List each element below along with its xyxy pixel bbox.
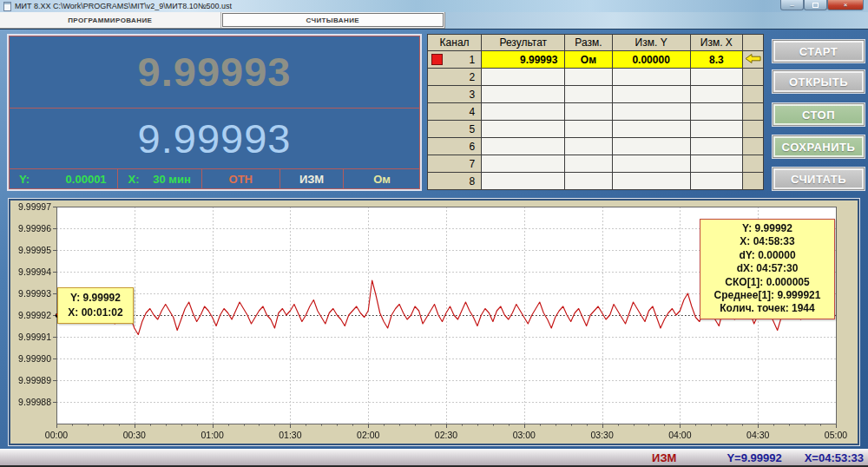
chart-panel: Y: 9.99992 X: 00:01:02 Y: 9.99992 X: 04:… (9, 199, 859, 445)
display-rel-mode: ОТН (202, 169, 280, 189)
maximize-button[interactable] (804, 0, 827, 10)
secondary-value: 9.99993 (138, 115, 292, 162)
tab-bar: ПРОГРАММИРОВАНИЕ СЧИТЫВАНИЕ (0, 12, 445, 29)
table-row[interactable]: 5 (428, 121, 764, 138)
app-window: МИТ 8.XX C:\Work\PROGRAMS\MIT\v2_9\МИТ8.… (0, 0, 868, 467)
col-result: Результат (482, 35, 565, 51)
tab-programming[interactable]: ПРОГРАММИРОВАНИЕ (0, 12, 221, 28)
read-button[interactable]: СЧИТАТЬ (773, 168, 865, 190)
display-unit: Ом (344, 169, 420, 189)
table-row[interactable]: 1 9.99993 Ом 0.00000 8.3 (428, 51, 764, 69)
col-izm-y: Изм. Y (612, 35, 690, 51)
display-secondary-row: 9.99993 (9, 109, 420, 168)
display-primary-row: 9.99993 (9, 36, 420, 109)
col-izm-x: Изм. X (690, 35, 742, 51)
channels-table: Канал Результат Разм. Изм. Y Изм. X 1 9.… (427, 34, 764, 190)
status-mode: ИЗМ (652, 451, 676, 464)
start-button[interactable]: СТАРТ (773, 40, 865, 62)
table-row[interactable]: 8 (428, 173, 764, 190)
cursor-tooltip-start: Y: 9.99992 X: 00:01:02 (57, 287, 134, 324)
primary-value: 9.99993 (138, 48, 292, 95)
display-x-cell: X: 30 мин (118, 169, 202, 189)
table-row[interactable]: 3 (428, 86, 764, 103)
col-marker (742, 35, 763, 51)
save-button[interactable]: СОХРАНИТЬ (773, 135, 865, 158)
cursor-tooltip-end: Y: 9.99992 X: 04:58:33 dY: 0.00000 dX: 0… (700, 219, 835, 319)
y-label: Y: (19, 173, 30, 186)
title-bar: МИТ 8.XX C:\Work\PROGRAMS\MIT\v2_9\МИТ8.… (0, 0, 868, 12)
status-bar: ИЗМ Y=9.99992 X=04:53:33 (0, 449, 868, 467)
display-meas-mode: ИЗМ (280, 169, 344, 189)
title-bar-extension (445, 12, 868, 29)
app-icon (3, 2, 11, 11)
minimize-button[interactable]: – (780, 0, 804, 10)
table-row[interactable]: 6 (428, 138, 764, 155)
status-y-value: Y=9.99992 (727, 451, 781, 464)
x-label: X: (128, 173, 140, 186)
display-y-cell: Y: 0.00001 (9, 169, 118, 189)
maximize-icon (812, 3, 819, 8)
tab-reading[interactable]: СЧИТЫВАНИЕ (222, 13, 444, 27)
stop-button[interactable]: СТОП (773, 103, 865, 126)
current-row-arrow-icon (744, 53, 761, 64)
table-header-row: Канал Результат Разм. Изм. Y Изм. X (428, 35, 764, 51)
window-title: МИТ 8.XX C:\Work\PROGRAMS\MIT\v2_9\МИТ8.… (15, 2, 232, 10)
measurement-display: 9.99993 9.99993 Y: 0.00001 X: 30 мин ОТН (7, 34, 422, 191)
col-unit: Разм. (565, 35, 612, 51)
col-channel: Канал (428, 35, 482, 51)
display-footer: Y: 0.00001 X: 30 мин ОТН ИЗМ Ом (9, 168, 420, 189)
table-row[interactable]: 4 (428, 103, 764, 121)
table-row[interactable]: 7 (428, 155, 764, 173)
main-content: 9.99993 9.99993 Y: 0.00001 X: 30 мин ОТН (0, 29, 868, 449)
channel-active-indicator (431, 54, 443, 65)
table-row[interactable]: 2 (428, 69, 764, 86)
status-x-value: X=04:53:33 (805, 451, 864, 464)
open-button[interactable]: ОТКРЫТЬ (773, 70, 865, 93)
y-value: 0.00001 (66, 173, 107, 186)
x-value: 30 мин (153, 173, 191, 186)
close-button[interactable]: × (827, 0, 864, 10)
